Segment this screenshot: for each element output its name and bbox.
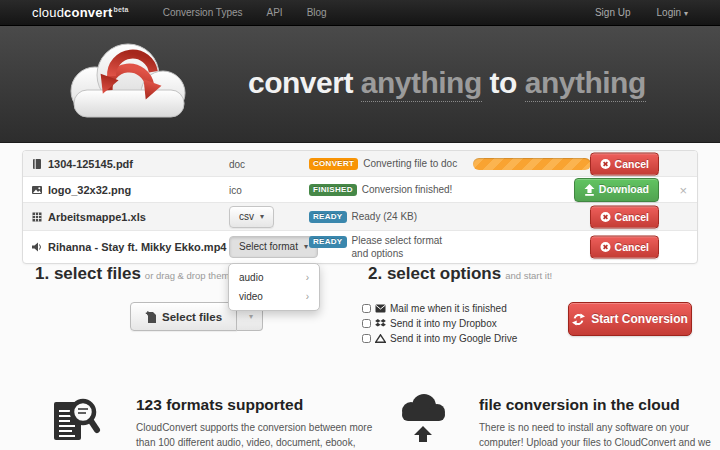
select-files-label: Select files xyxy=(162,311,222,323)
remove-circle-icon xyxy=(600,211,611,222)
option-mail[interactable]: Mail me when it is finished xyxy=(362,303,517,314)
file-name-cell: logo_32x32.png xyxy=(31,184,131,196)
status-cell: READY Please select format and options xyxy=(309,235,459,260)
file-name: 1304-125145.pdf xyxy=(48,158,133,170)
action-cell: Cancel xyxy=(590,152,659,175)
beta-badge: beta xyxy=(113,6,128,13)
select-options-title: 2. select options xyxy=(368,264,501,283)
download-button[interactable]: Download xyxy=(574,178,659,202)
book-icon xyxy=(31,158,43,170)
google-drive-checkbox[interactable] xyxy=(362,334,371,343)
cloudconvert-cloud-logo xyxy=(52,34,204,140)
file-name-cell: 1304-125145.pdf xyxy=(31,158,133,170)
start-conversion-button[interactable]: Start Conversion xyxy=(568,302,692,336)
cancel-label: Cancel xyxy=(615,158,649,169)
brand-light: cloud xyxy=(32,5,64,20)
status-badge: READY xyxy=(309,211,347,223)
status-text: Please select format and options xyxy=(352,235,443,259)
start-conversion-label: Start Conversion xyxy=(591,312,688,326)
hero-word-anything-1: anything xyxy=(361,66,482,102)
status-badge: CONVERT xyxy=(309,158,358,170)
brand-bold: convert xyxy=(64,5,112,20)
hero-word-convert: convert xyxy=(248,66,353,99)
remove-circle-icon xyxy=(600,158,611,169)
remove-circle-icon xyxy=(600,242,611,253)
format-dropdown-cell: Select format ▾ xyxy=(229,236,318,258)
select-files-button[interactable]: Select files xyxy=(130,302,237,331)
feature-formats: 123 formats supported CloudConvert suppo… xyxy=(50,388,370,450)
caret-down-icon: ▾ xyxy=(684,9,688,18)
nav-links: Conversion Types API Blog xyxy=(163,7,327,18)
chevron-right-icon: › xyxy=(306,272,309,283)
table-icon xyxy=(31,211,43,223)
cancel-label: Cancel xyxy=(615,242,649,253)
hero-word-to: to xyxy=(490,66,517,99)
caret-down-icon: ▾ xyxy=(249,312,253,321)
feature-body: 123 formats supported CloudConvert suppo… xyxy=(136,396,370,450)
signup-link[interactable]: Sign Up xyxy=(595,7,631,18)
action-cell: Cancel xyxy=(590,236,659,259)
login-menu[interactable]: Login▾ xyxy=(657,7,688,18)
select-options-note: and start it! xyxy=(505,270,552,281)
status-text: Ready (24 KB) xyxy=(352,211,418,222)
file-name-cell: Arbeitsmappe1.xls xyxy=(31,211,146,223)
table-row: Arbeitsmappe1.xls csv ▾ READY Ready (24 … xyxy=(23,203,697,231)
status-text: Conversion finished! xyxy=(362,184,453,195)
select-files-title: 1. select files xyxy=(35,264,141,283)
select-format-dropdown[interactable]: Select format ▾ xyxy=(229,236,318,258)
feature-heading: 123 formats supported xyxy=(136,396,370,414)
brand-logo[interactable]: cloudconvertbeta xyxy=(32,5,129,20)
progress-bar xyxy=(473,158,591,170)
hero-banner: convert anything to anything xyxy=(0,26,720,143)
status-badge: FINISHED xyxy=(309,184,357,196)
status-cell: FINISHED Conversion finished! xyxy=(309,184,452,196)
dropbox-icon xyxy=(375,319,386,328)
dropbox-checkbox[interactable] xyxy=(362,319,371,328)
file-name: logo_32x32.png xyxy=(48,184,131,196)
cancel-button[interactable]: Cancel xyxy=(590,236,659,259)
feature-text: CloudConvert supports the conversion bet… xyxy=(136,421,374,450)
table-row: 1304-125145.pdf doc CONVERT Converting f… xyxy=(23,151,697,177)
hero-word-anything-2: anything xyxy=(525,66,646,102)
status-cell: CONVERT Converting file to doc xyxy=(309,158,457,170)
login-label: Login xyxy=(657,7,681,18)
table-row: Rihanna - Stay ft. Mikky Ekko.mp4 Select… xyxy=(23,231,697,263)
format-dropdown-label: csv xyxy=(239,212,254,222)
caret-down-icon: ▾ xyxy=(260,213,264,221)
cancel-button[interactable]: Cancel xyxy=(590,152,659,175)
option-dropbox[interactable]: Send it into my Dropbox xyxy=(362,318,517,329)
speaker-icon xyxy=(31,241,43,253)
feature-cloud: file conversion in the cloud There is no… xyxy=(395,388,705,450)
nav-link-conversion-types[interactable]: Conversion Types xyxy=(163,7,243,18)
feature-body: file conversion in the cloud There is no… xyxy=(479,396,705,450)
option-google-drive[interactable]: Send it into my Google Drive xyxy=(362,333,517,344)
format-dropdown-cell: csv ▾ xyxy=(229,206,274,228)
close-icon[interactable]: × xyxy=(679,182,687,197)
status-cell: READY Ready (24 KB) xyxy=(309,211,417,223)
file-name: Arbeitsmappe1.xls xyxy=(48,211,146,223)
action-cell: Download xyxy=(574,178,659,202)
picture-icon xyxy=(31,184,43,196)
google-drive-icon xyxy=(375,334,386,343)
menu-item-video[interactable]: video › xyxy=(229,287,319,306)
file-name: Rihanna - Stay ft. Mikky Ekko.mp4 xyxy=(48,241,227,253)
cancel-button[interactable]: Cancel xyxy=(590,205,659,228)
cloud-upload-icon xyxy=(395,394,451,448)
format-dropdown-csv[interactable]: csv ▾ xyxy=(229,206,274,228)
download-arrow-icon xyxy=(584,184,595,196)
add-file-icon xyxy=(145,310,157,323)
action-cell: Cancel xyxy=(590,205,659,228)
target-format: doc xyxy=(229,158,245,169)
option-label: Send it into my Google Drive xyxy=(390,333,517,344)
nav-link-blog[interactable]: Blog xyxy=(307,7,327,18)
mail-checkbox[interactable] xyxy=(362,304,371,313)
menu-item-audio[interactable]: audio › xyxy=(229,268,319,287)
document-search-icon xyxy=(50,394,102,448)
conversion-queue-table: 1304-125145.pdf doc CONVERT Converting f… xyxy=(22,150,698,264)
status-badge: READY xyxy=(309,236,347,248)
nav-link-api[interactable]: API xyxy=(267,7,283,18)
table-row: logo_32x32.png ico FINISHED Conversion f… xyxy=(23,177,697,203)
hero-title: convert anything to anything xyxy=(248,66,646,100)
refresh-icon xyxy=(572,313,585,326)
option-label: Send it into my Dropbox xyxy=(390,318,497,329)
